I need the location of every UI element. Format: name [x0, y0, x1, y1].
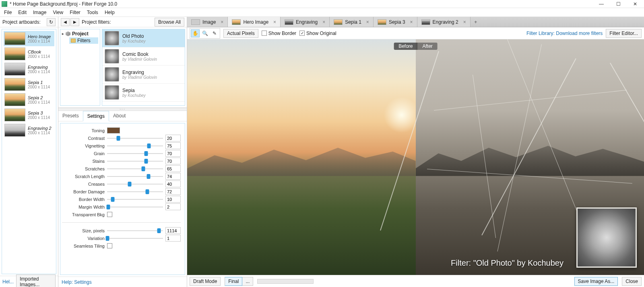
show-original-checkbox[interactable]: ✓ Show Original	[299, 31, 336, 36]
value-input[interactable]	[165, 196, 181, 203]
final-button[interactable]: Final	[225, 277, 242, 286]
slider[interactable]	[107, 204, 163, 210]
minimize-button[interactable]: —	[597, 1, 606, 7]
artboards-list[interactable]: Hero Image 2000 x 1114 CBook 2000 x 1114…	[2, 29, 56, 274]
hand-tool[interactable]: ✋	[191, 29, 200, 37]
artboard-dims: 2000 x 1114	[28, 70, 50, 74]
menu-tools[interactable]: Tools	[85, 9, 101, 16]
maximize-button[interactable]: ☐	[613, 1, 623, 7]
menu-edit[interactable]: Edit	[16, 9, 29, 16]
value-input[interactable]	[165, 142, 181, 149]
artboard-item[interactable]: CBook 2000 x 1114	[4, 46, 54, 62]
value-input[interactable]	[165, 173, 181, 180]
artboard-item[interactable]: Sepia 3 2000 x 1114	[4, 107, 54, 123]
close-icon[interactable]: ×	[463, 19, 466, 25]
slider[interactable]	[107, 143, 163, 149]
artboards-refresh-button[interactable]: ↻	[47, 18, 56, 26]
before-label: Before	[394, 43, 417, 50]
save-image-as-button[interactable]: Save Image As...	[574, 277, 618, 286]
setting-row: Border Damage	[62, 188, 181, 195]
tree-node-filters[interactable]: Filters	[69, 37, 98, 44]
picker-tool[interactable]: ✎	[210, 29, 219, 37]
show-border-checkbox[interactable]: Show Border	[262, 31, 296, 36]
slider[interactable]	[107, 228, 163, 234]
panel-splitter[interactable]	[58, 108, 187, 111]
doc-thumb	[232, 19, 241, 25]
filter-item[interactable]: Engraving by Vladimir Golovin	[102, 66, 185, 84]
value-input[interactable]	[165, 135, 181, 141]
nav-forward-button[interactable]: ▶	[70, 18, 79, 26]
value-input[interactable]	[165, 150, 181, 157]
tab-about[interactable]: About	[109, 111, 130, 121]
artboard-item[interactable]: Sepia 1 2000 x 1114	[4, 77, 54, 92]
filter-list[interactable]: Old Photo by Kochubey Comic Book by Vlad…	[102, 29, 185, 106]
artboard-item[interactable]: Sepia 2 2000 x 1114	[4, 92, 54, 107]
close-icon[interactable]: ×	[273, 19, 276, 25]
document-tab[interactable]: Sepia 1 ×	[330, 17, 374, 27]
tab-presets[interactable]: Presets	[58, 111, 83, 121]
menu-view[interactable]: View	[50, 9, 66, 16]
document-tab[interactable]: Engraving ×	[281, 17, 330, 27]
close-icon[interactable]: ×	[366, 19, 369, 25]
slider[interactable]	[107, 151, 163, 156]
close-icon[interactable]: ×	[322, 19, 325, 25]
value-input[interactable]	[165, 165, 181, 172]
slider[interactable]	[107, 189, 163, 195]
filter-thumb	[105, 85, 119, 100]
settings-scroll[interactable]: Toning Contrast Vignetting Grain Stains …	[60, 123, 185, 275]
new-tab-button[interactable]: +	[471, 17, 481, 27]
filter-item[interactable]: Comic Book by Vladimir Golovin	[102, 47, 185, 66]
close-icon[interactable]: ×	[221, 19, 223, 25]
imported-images-button[interactable]: Imported Images...	[16, 275, 56, 287]
close-button[interactable]: ✕	[630, 1, 640, 7]
filter-item[interactable]: Old Photo by Kochubey	[102, 29, 185, 47]
nav-back-button[interactable]: ◀	[61, 18, 70, 26]
value-input[interactable]	[165, 158, 181, 164]
document-tab[interactable]: Engraving 2 ×	[417, 17, 471, 27]
filter-item[interactable]: Sepia by Kochubey	[102, 84, 185, 102]
filter-tree[interactable]: ▸Project Filters	[60, 29, 100, 106]
artboard-item[interactable]: Engraving 2000 x 1114	[4, 62, 54, 77]
document-tab[interactable]: Hero Image ×	[228, 17, 281, 27]
tree-root-project[interactable]: ▸Project	[62, 31, 98, 37]
slider[interactable]	[107, 135, 163, 141]
document-tab[interactable]: Sepia 3 ×	[374, 17, 417, 27]
close-preview-button[interactable]: Close	[622, 277, 642, 286]
draft-mode-button[interactable]: Draft Mode	[190, 277, 221, 286]
artboard-item[interactable]: Engraving 2 2000 x 1114	[4, 123, 54, 138]
seamless-tiling-checkbox[interactable]	[107, 243, 112, 248]
slider[interactable]	[107, 181, 163, 187]
slider[interactable]	[107, 174, 163, 179]
slider[interactable]	[107, 197, 163, 202]
browse-all-button[interactable]: Browse All	[155, 18, 184, 27]
tab-settings[interactable]: Settings	[83, 111, 109, 121]
menu-image[interactable]: Image	[31, 9, 49, 16]
value-input[interactable]	[165, 180, 181, 187]
slider[interactable]	[107, 158, 163, 164]
actual-pixels-button[interactable]: Actual Pixels	[223, 29, 258, 38]
setting-row: Size, pixels	[62, 227, 181, 234]
filter-library-link[interactable]: Filter Library: Download more filters	[526, 31, 603, 36]
value-input[interactable]	[165, 203, 181, 210]
app-icon	[2, 1, 7, 7]
menu-file[interactable]: File	[2, 9, 14, 16]
close-icon[interactable]: ×	[410, 19, 413, 25]
artboard-item[interactable]: Hero Image 2000 x 1114	[4, 31, 54, 46]
toning-swatch[interactable]	[107, 127, 120, 133]
value-input[interactable]	[165, 188, 181, 195]
slider[interactable]	[107, 236, 163, 241]
preview-canvas[interactable]: Before After Filter: "Old Photo" by Koch…	[187, 39, 644, 275]
help-settings-link[interactable]: Help: Settings	[58, 277, 187, 287]
document-tab[interactable]: Image ×	[187, 17, 228, 27]
value-input[interactable]	[165, 227, 181, 234]
menu-help[interactable]: Help	[102, 9, 117, 16]
transparent-bkg-checkbox[interactable]	[107, 212, 112, 217]
menu-filter[interactable]: Filter	[67, 9, 83, 16]
slider[interactable]	[107, 166, 163, 172]
filter-editor-button[interactable]: Filter Editor...	[606, 29, 642, 38]
artboard-thumb	[4, 32, 25, 45]
artboards-help-link[interactable]: Hel...	[2, 279, 14, 285]
final-more-button[interactable]: ...	[242, 277, 253, 286]
zoom-tool[interactable]: 🔍	[200, 29, 209, 37]
value-input[interactable]	[165, 235, 181, 242]
